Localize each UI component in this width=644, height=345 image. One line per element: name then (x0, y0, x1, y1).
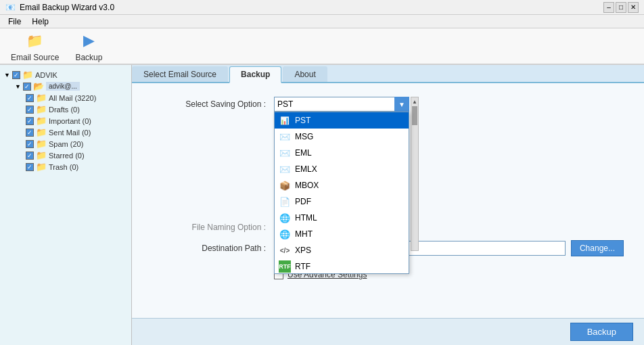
email-source-button[interactable]: 📁 Email Source (5, 27, 64, 65)
dropdown-option-pst[interactable]: 📊 PST (275, 112, 409, 129)
form-area: Select Saving Option : PST ▼ 📊 PST (132, 83, 644, 318)
dropdown-option-emlx[interactable]: ✉️ EMLX (275, 161, 409, 177)
backup-toolbar-button[interactable]: ▶ Backup (70, 27, 108, 65)
rtf-label: RTF (295, 262, 310, 271)
root-label: ADVIK (35, 71, 58, 79)
xps-label: XPS (295, 246, 311, 255)
file-naming-label: File Naming Option : (152, 223, 274, 232)
item-label-4: Spam (20) (49, 140, 83, 148)
cb-3[interactable]: ✓ (26, 129, 34, 137)
item-label-3: Sent Mail (0) (49, 129, 91, 137)
v-scroll-thumb (412, 106, 417, 125)
select-saving-control: PST ▼ 📊 PST ✉️ MSG (274, 97, 624, 112)
close-button[interactable]: ✕ (628, 2, 639, 13)
destination-label: Destination Path : (152, 244, 274, 253)
item-label-0: All Mail (3220) (49, 94, 96, 102)
dropdown-option-pdf[interactable]: 📄 PDF (275, 193, 409, 210)
backup-label: Backup (75, 53, 102, 62)
dropdown-option-html[interactable]: 🌐 HTML (275, 210, 409, 226)
list-item[interactable]: ✓ 📁 Trash (0) (24, 161, 129, 172)
menu-file[interactable]: File (3, 16, 26, 28)
dropdown-option-mbox[interactable]: 📦 MBOX (275, 177, 409, 193)
tab-select-email-source[interactable]: Select Email Source (132, 66, 228, 82)
app-title: Email Backup Wizard v3.0 (20, 3, 114, 12)
email-source-icon: 📁 (24, 30, 46, 51)
dropdown-option-msg[interactable]: ✉️ MSG (275, 129, 409, 145)
mht-icon: 🌐 (279, 228, 291, 240)
backup-icon: ▶ (78, 30, 99, 51)
sub-label: advik@... (46, 82, 80, 91)
select-saving-label: Select Saving Option : (152, 99, 274, 109)
mbox-icon: 📦 (279, 179, 291, 191)
folder-icon-4: 📁 (36, 139, 47, 149)
msg-icon: ✉️ (279, 131, 291, 143)
item-label-2: Important (0) (49, 117, 91, 125)
folder-icon-2: 📁 (36, 116, 47, 126)
list-item[interactable]: ✓ 📁 All Mail (3220) (24, 92, 129, 104)
folder-icon-6: 📁 (36, 162, 47, 172)
app-icon: 📧 (5, 3, 16, 12)
menu-bar: File Help (0, 15, 644, 28)
emlx-label: EMLX (295, 164, 317, 174)
backup-button[interactable]: Backup (570, 323, 633, 341)
dropdown-option-eml[interactable]: ✉️ EML (275, 145, 409, 161)
cb-1[interactable]: ✓ (26, 106, 34, 114)
tree-root-item[interactable]: ▼ ✓ 📁 ADVIK (3, 69, 129, 80)
tree-root: ▼ ✓ 📁 ADVIK ▼ ✓ 📂 advik@... ✓ 📁 All (3, 68, 129, 174)
leaf-items: ✓ 📁 All Mail (3220) ✓ 📁 Drafts (0) ✓ 📁 I… (14, 92, 129, 172)
root-folder-icon: 📁 (22, 70, 33, 80)
tab-backup[interactable]: Backup (229, 66, 281, 83)
change-button[interactable]: Change... (571, 240, 624, 256)
toolbar: 📁 Email Source ▶ Backup (0, 28, 644, 65)
main-layout: ▼ ✓ 📁 ADVIK ▼ ✓ 📂 advik@... ✓ 📁 All (0, 65, 644, 345)
dropdown-option-mht[interactable]: 🌐 MHT (275, 226, 409, 242)
item-label-1: Drafts (0) (49, 106, 80, 114)
item-label-5: Starred (0) (49, 152, 85, 160)
title-bar: 📧 Email Backup Wizard v3.0 – □ ✕ (0, 0, 644, 15)
cb-4[interactable]: ✓ (26, 140, 34, 148)
expand-icon: ▼ (4, 72, 10, 78)
tab-about[interactable]: About (283, 66, 327, 82)
list-item[interactable]: ✓ 📁 Sent Mail (0) (24, 127, 129, 138)
folder-icon-1: 📁 (36, 104, 47, 114)
eml-label: EML (295, 148, 312, 158)
dropdown-option-rtf[interactable]: RTF RTF (275, 258, 409, 274)
sub-checkbox[interactable]: ✓ (23, 83, 31, 91)
saving-option-dropdown-wrapper: PST ▼ 📊 PST ✉️ MSG (274, 97, 409, 112)
pdf-label: PDF (295, 197, 311, 206)
eml-icon: ✉️ (279, 147, 291, 159)
pst-icon: 📊 (279, 114, 291, 127)
cb-2[interactable]: ✓ (26, 117, 34, 125)
bottom-bar: Backup (132, 318, 644, 345)
folder-icon-5: 📁 (36, 150, 47, 160)
sub-account-item[interactable]: ▼ ✓ 📂 advik@... (14, 80, 129, 92)
email-source-label: Email Source (11, 53, 59, 62)
folder-icon-0: 📁 (36, 93, 47, 103)
sidebar: ▼ ✓ 📁 ADVIK ▼ ✓ 📂 advik@... ✓ 📁 All (0, 65, 132, 345)
root-checkbox[interactable]: ✓ (12, 71, 20, 79)
msg-label: MSG (295, 132, 313, 141)
dropdown-list: 📊 PST ✉️ MSG ✉️ EML (274, 112, 409, 274)
saving-option-display[interactable]: PST (274, 97, 409, 112)
cb-6[interactable]: ✓ (26, 163, 34, 171)
item-label-6: Trash (0) (49, 163, 78, 171)
minimize-button[interactable]: – (603, 2, 614, 13)
content-area: Select Email Source Backup About Select … (132, 65, 644, 345)
list-item[interactable]: ✓ 📁 Drafts (0) (24, 104, 129, 115)
folder-icon-3: 📁 (36, 127, 47, 137)
select-saving-row: Select Saving Option : PST ▼ 📊 PST (152, 97, 624, 112)
cb-0[interactable]: ✓ (26, 94, 34, 102)
list-item[interactable]: ✓ 📁 Important (0) (24, 115, 129, 127)
sub-folder-icon: 📂 (33, 81, 44, 91)
html-label: HTML (295, 213, 317, 223)
menu-help[interactable]: Help (26, 16, 54, 28)
dropdown-option-xps[interactable]: </> XPS (275, 242, 409, 258)
list-item[interactable]: ✓ 📁 Starred (0) (24, 150, 129, 161)
scroll-up-icon: ▲ (412, 99, 417, 105)
list-item[interactable]: ✓ 📁 Spam (20) (24, 138, 129, 150)
expand-icon-2: ▼ (15, 83, 21, 90)
mbox-label: MBOX (295, 181, 319, 190)
cb-5[interactable]: ✓ (26, 152, 34, 160)
rtf-icon: RTF (279, 260, 291, 273)
maximize-button[interactable]: □ (616, 2, 626, 13)
